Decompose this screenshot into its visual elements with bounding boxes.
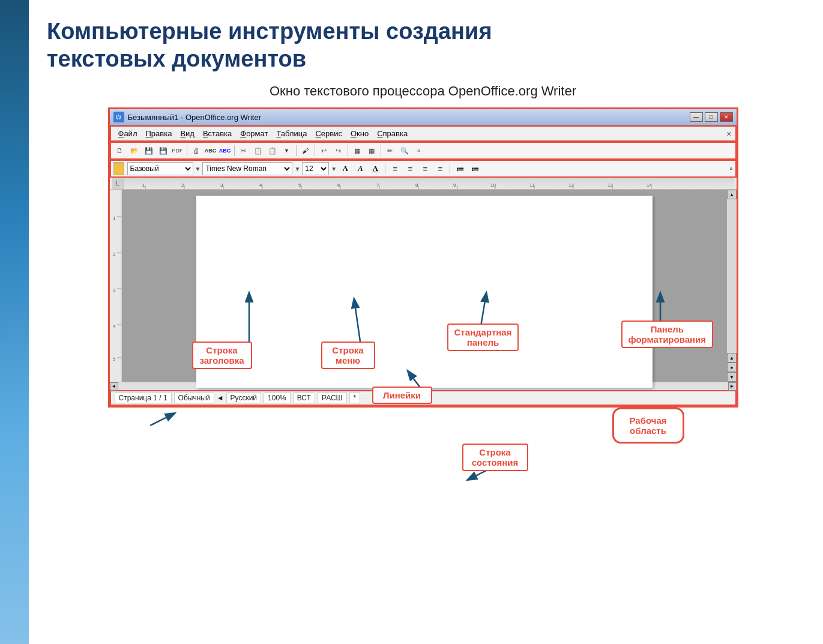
svg-text:7: 7 bbox=[376, 182, 379, 188]
align-center[interactable]: ≡ bbox=[403, 162, 417, 175]
scroll-track-v bbox=[727, 199, 737, 353]
maximize-button[interactable]: □ bbox=[705, 112, 718, 122]
tb-table2[interactable]: ▦ bbox=[365, 144, 378, 157]
tb-cut[interactable]: ✂ bbox=[237, 144, 250, 157]
separator-fmt bbox=[385, 163, 385, 174]
menu-close-x[interactable]: × bbox=[726, 129, 731, 139]
tb-draw[interactable]: ✏ bbox=[384, 144, 397, 157]
ruler-scale: 1 2 3 4 5 6 7 8 9 10 11 12 13 bbox=[124, 178, 734, 190]
menubar: Файл Правка Вид Вставка Формат Таблица С… bbox=[110, 125, 737, 142]
svg-text:6: 6 bbox=[337, 182, 340, 188]
scroll-left[interactable]: ◄ bbox=[110, 382, 118, 391]
label-statusbar: Строка состояния bbox=[462, 444, 528, 471]
minimize-button[interactable]: — bbox=[690, 112, 703, 122]
separator-fmt2 bbox=[450, 163, 450, 174]
scroll-down-3[interactable]: ▼ bbox=[727, 372, 737, 382]
ruler-corner: L bbox=[112, 178, 124, 190]
page-title: Компьютерные инструменты создания тексто… bbox=[47, 18, 799, 73]
separator6 bbox=[381, 145, 381, 156]
size-dropdown[interactable]: 12 bbox=[302, 162, 329, 175]
status-arrow: ◄ bbox=[217, 394, 224, 402]
tb-paste-special[interactable]: ▼ bbox=[280, 144, 294, 157]
scroll-down-2[interactable]: ● bbox=[727, 363, 737, 372]
font-dropdown[interactable]: Times New Roman bbox=[202, 162, 292, 175]
tb-redo[interactable]: ↪ bbox=[332, 144, 345, 157]
svg-text:5: 5 bbox=[113, 357, 116, 362]
italic-button[interactable]: A bbox=[354, 162, 367, 175]
tb-table[interactable]: ▦ bbox=[351, 144, 364, 157]
label-standard-panel: Стандартная панель bbox=[447, 324, 519, 351]
label-rulers: Линейки bbox=[372, 387, 432, 404]
align-justify[interactable]: ≡ bbox=[433, 162, 447, 175]
style-icon bbox=[113, 162, 124, 175]
svg-text:5: 5 bbox=[298, 182, 301, 188]
svg-text:8: 8 bbox=[415, 182, 418, 188]
scroll-up[interactable]: ▲ bbox=[727, 190, 737, 199]
underline-button[interactable]: A bbox=[369, 162, 382, 175]
menu-window[interactable]: Окно bbox=[347, 128, 372, 139]
style-dropdown[interactable]: Базовый bbox=[127, 162, 193, 175]
close-button[interactable]: ✕ bbox=[720, 112, 733, 122]
label-work-area: Рабочая область bbox=[612, 408, 684, 444]
svg-text:4: 4 bbox=[113, 324, 116, 329]
separator3 bbox=[296, 145, 297, 156]
titlebar-controls[interactable]: — □ ✕ bbox=[690, 112, 733, 122]
tb-open[interactable]: 📂 bbox=[128, 144, 141, 157]
ruler-vertical: 1 2 3 4 5 bbox=[110, 190, 122, 382]
tb-more[interactable]: » bbox=[412, 144, 426, 157]
align-left[interactable]: ≡ bbox=[388, 162, 402, 175]
scroll-right[interactable]: ► bbox=[728, 382, 737, 391]
style-arrow: ▼ bbox=[195, 166, 201, 172]
label-titlebar: Строка заголовка bbox=[192, 342, 252, 369]
svg-text:3: 3 bbox=[220, 182, 223, 188]
svg-text:2: 2 bbox=[113, 251, 116, 257]
separator4 bbox=[315, 145, 315, 156]
align-right[interactable]: ≡ bbox=[418, 162, 432, 175]
tb-saveas[interactable]: 💾 bbox=[157, 144, 170, 157]
menu-edit[interactable]: Правка bbox=[142, 128, 175, 139]
main-content: Компьютерные инструменты создания тексто… bbox=[29, 0, 823, 644]
status-zoom: 100% bbox=[264, 393, 291, 403]
format-more[interactable]: » bbox=[729, 166, 732, 172]
menu-help[interactable]: Справка bbox=[373, 128, 411, 139]
scroll-down-1[interactable]: ▲ bbox=[727, 353, 737, 363]
tb-spell1[interactable]: ABC bbox=[204, 144, 217, 157]
svg-text:1: 1 bbox=[142, 182, 145, 188]
toolbar-format: Базовый ▼ Times New Roman ▼ 12 ▼ A A A ≡… bbox=[110, 160, 737, 178]
document-page[interactable] bbox=[196, 196, 653, 388]
status-rash: РАСШ bbox=[318, 393, 347, 403]
menu-file[interactable]: Файл bbox=[115, 128, 141, 139]
list-ordered[interactable]: ≔ bbox=[468, 162, 481, 175]
tb-copy[interactable]: 📋 bbox=[252, 144, 265, 157]
status-lang: Русский bbox=[226, 393, 262, 403]
svg-line-47 bbox=[150, 414, 174, 426]
left-sidebar bbox=[0, 0, 29, 644]
svg-text:4: 4 bbox=[259, 182, 262, 188]
ruler-horizontal: L 1 2 3 4 5 6 7 8 bbox=[110, 178, 737, 190]
svg-rect-29 bbox=[110, 190, 122, 382]
tb-undo[interactable]: ↩ bbox=[318, 144, 331, 157]
menu-table[interactable]: Таблица bbox=[273, 128, 310, 139]
subtitle: Окно текстового процессора OpenOffice.or… bbox=[47, 83, 799, 99]
tb-save[interactable]: 💾 bbox=[142, 144, 155, 157]
titlebar: W Безымянный1 - OpenOffice.org Writer — … bbox=[110, 109, 737, 125]
tb-print[interactable]: 🖨 bbox=[190, 144, 203, 157]
menu-view[interactable]: Вид bbox=[176, 128, 198, 139]
menu-format[interactable]: Формат bbox=[237, 128, 271, 139]
menu-insert[interactable]: Вставка bbox=[199, 128, 235, 139]
window-title: Безымянный1 - OpenOffice.org Writer bbox=[128, 113, 261, 122]
separator2 bbox=[234, 145, 235, 156]
svg-text:1: 1 bbox=[113, 215, 116, 221]
tb-find[interactable]: 🔍 bbox=[398, 144, 411, 157]
separator1 bbox=[187, 145, 187, 156]
svg-text:9: 9 bbox=[453, 182, 456, 188]
list-unordered[interactable]: ≔ bbox=[453, 162, 466, 175]
bold-button[interactable]: A bbox=[339, 162, 352, 175]
tb-paste[interactable]: 📋 bbox=[266, 144, 279, 157]
tb-print-preview[interactable]: PDF bbox=[171, 144, 184, 157]
tb-paint[interactable]: 🖌 bbox=[299, 144, 312, 157]
tb-spell2[interactable]: ABC bbox=[219, 144, 232, 157]
scrollbar-vertical[interactable]: ▲ ▲ ● ▼ bbox=[727, 190, 737, 382]
tb-new[interactable]: 🗋 bbox=[113, 144, 127, 157]
menu-tools[interactable]: Сервис bbox=[312, 128, 346, 139]
